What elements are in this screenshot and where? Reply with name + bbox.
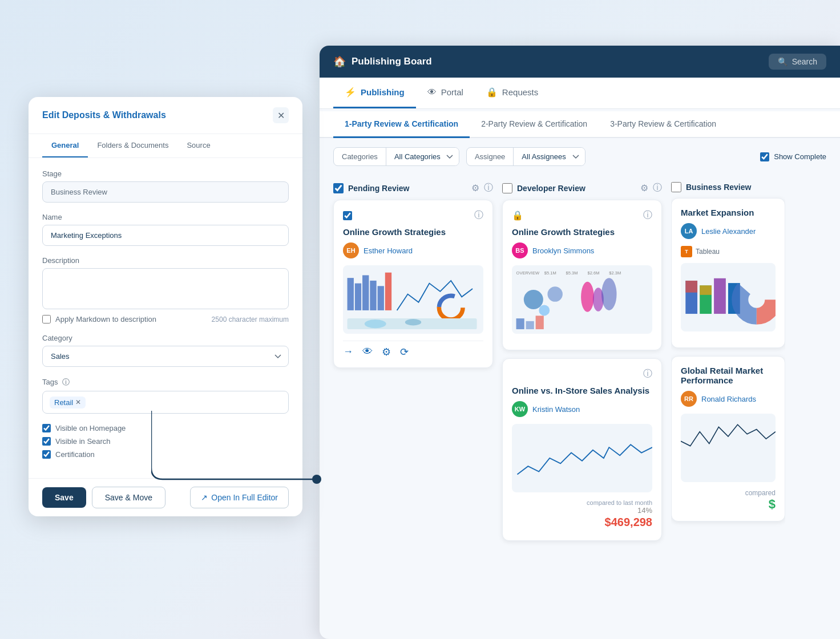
home-icon[interactable]: 🏠 <box>333 55 346 68</box>
card-og1-chart <box>343 265 483 334</box>
card-grm-author: RR Ronald Richards <box>681 391 776 407</box>
svg-text:$2.3M: $2.3M <box>609 270 621 276</box>
char-limit: 2500 character maximum <box>212 316 289 323</box>
card-vs-info-icon[interactable]: ⓘ <box>643 368 652 380</box>
description-label: Description <box>42 256 289 265</box>
card-vs-author-name[interactable]: Kristin Watson <box>532 405 580 414</box>
ep-tab-general-label: General <box>51 141 79 149</box>
svg-point-16 <box>524 290 543 309</box>
card-vs-chart <box>512 424 652 492</box>
ep-tabs: General Folders & Documents Source <box>29 134 302 158</box>
col-biz-review-header: Business Review <box>671 175 785 198</box>
open-editor-button[interactable]: ↗ Open In Full Editor <box>190 487 289 508</box>
portal-icon: 👁 <box>427 87 437 98</box>
search-label: Search <box>792 57 817 66</box>
pb-main-tabs: ⚡ Publishing 👁 Portal 🔒 Requests <box>320 78 840 109</box>
ep-close-button[interactable]: ✕ <box>273 107 289 123</box>
search-icon: 🔍 <box>778 57 788 66</box>
ep-tab-general[interactable]: General <box>42 134 88 157</box>
sub-tab-1party-label: 1-Party Review & Certification <box>345 119 458 128</box>
markdown-checkbox[interactable] <box>42 315 51 323</box>
name-label: Name <box>42 213 289 221</box>
certification-checkbox[interactable] <box>42 450 51 459</box>
card-og1-arrow-icon[interactable]: → <box>343 346 353 358</box>
category-select-wrap: Sales Marketing Finance <box>42 346 289 367</box>
card-global-retail: Global Retail Market Performance RR Rona… <box>671 356 785 521</box>
card-market-expansion: Market Expansion LA Leslie Alexander T T… <box>671 198 785 348</box>
card-og1-eye-icon[interactable]: 👁 <box>362 346 373 358</box>
tags-label: Tags ⓘ <box>42 377 289 387</box>
col-pending-gear-icon[interactable]: ⚙ <box>471 183 479 193</box>
search-button[interactable]: 🔍 Search <box>769 54 826 70</box>
col-dev-info-icon[interactable]: ⓘ <box>653 182 662 194</box>
name-input[interactable] <box>42 225 289 246</box>
tableau-label: Tableau <box>696 248 720 256</box>
categories-filter-label: Categories <box>334 148 386 165</box>
svg-rect-2 <box>362 275 369 310</box>
card-og1-checkbox[interactable] <box>343 211 352 220</box>
tab-requests[interactable]: 🔒 Requests <box>475 78 550 108</box>
tag-retail: Retail ✕ <box>50 397 86 409</box>
card-me-author: LA Leslie Alexander <box>681 223 776 239</box>
card-online-growth-2: 🔒 ⓘ Online Growth Strategies BS Brooklyn… <box>502 200 662 350</box>
card-og1-info-icon[interactable]: ⓘ <box>474 209 483 221</box>
card-og2-avatar: BS <box>512 242 528 258</box>
card-me-author-name[interactable]: Leslie Alexander <box>701 227 756 236</box>
card-vs-preview <box>512 424 652 492</box>
column-pending-review: Pending Review ⚙ ⓘ ⓘ Online Growth Strat… <box>333 175 493 629</box>
ep-title: Edit Deposits & Withdrawals <box>42 110 166 120</box>
card-grm-metric-value: $ <box>681 497 776 512</box>
requests-icon: 🔒 <box>486 87 498 98</box>
card-online-growth-1: ⓘ Online Growth Strategies EH Esther How… <box>333 200 493 368</box>
card-og1-preview <box>343 265 483 334</box>
show-complete-toggle[interactable]: Show Complete <box>760 152 826 161</box>
col-biz-title: Business Review <box>686 183 785 192</box>
visible-search-checkbox[interactable] <box>42 437 51 446</box>
pb-header-title-group: 🏠 Publishing Board <box>333 55 432 68</box>
category-label: Category <box>42 334 289 342</box>
col-biz-checkbox[interactable] <box>671 182 681 192</box>
card-grm-metric-label: compared <box>681 489 776 497</box>
categories-select[interactable]: All Categories <box>386 148 459 165</box>
tags-info-icon[interactable]: ⓘ <box>62 378 70 386</box>
description-textarea[interactable] <box>42 268 289 309</box>
col-pending-info-icon[interactable]: ⓘ <box>484 182 493 194</box>
sub-tab-1party[interactable]: 1-Party Review & Certification <box>333 111 470 138</box>
ep-tab-source[interactable]: Source <box>177 134 219 157</box>
card-og2-preview: OVERVIEW $5.1M $5.3M $2.6M $2.3M <box>512 265 652 334</box>
assignee-filter[interactable]: Assignee All Assignees <box>466 147 585 166</box>
tab-publishing[interactable]: ⚡ Publishing <box>333 78 416 108</box>
col-dev-checkbox[interactable] <box>502 183 512 193</box>
category-select[interactable]: Sales Marketing Finance <box>42 346 289 367</box>
card-og1-gear-icon[interactable]: ⚙ <box>382 346 391 358</box>
card-grm-author-name[interactable]: Ronald Richards <box>701 395 756 403</box>
card-vs-author: KW Kristin Watson <box>512 401 652 417</box>
tab-portal[interactable]: 👁 Portal <box>416 78 475 108</box>
save-button[interactable]: Save <box>42 487 86 508</box>
visible-homepage-label: Visible on Homepage <box>55 424 126 432</box>
card-grm-preview <box>681 414 776 482</box>
sub-tab-2party[interactable]: 2-Party Review & Certification <box>470 111 599 138</box>
visible-homepage-checkbox[interactable] <box>42 424 51 432</box>
card-og1-author-name[interactable]: Esther Howard <box>364 246 413 255</box>
visible-search-row: Visible in Search <box>42 437 289 446</box>
categories-filter[interactable]: Categories All Categories <box>333 147 459 166</box>
tags-input-area[interactable]: Retail ✕ <box>42 391 289 414</box>
card-og1-title: Online Growth Strategies <box>343 227 483 237</box>
col-pending-checkbox[interactable] <box>333 183 344 193</box>
tableau-badge: T Tableau <box>681 246 776 257</box>
publishing-icon: ⚡ <box>345 87 356 98</box>
card-og2-author-name[interactable]: Brooklyn Simmons <box>532 246 594 255</box>
sub-tab-3party[interactable]: 3-Party Review & Certification <box>599 111 728 138</box>
name-field-row: Name <box>42 213 289 246</box>
assignee-select[interactable]: All Assignees <box>514 148 585 165</box>
card-vs-top: ⓘ <box>512 368 652 380</box>
tag-retail-remove[interactable]: ✕ <box>75 398 81 406</box>
col-dev-gear-icon[interactable]: ⚙ <box>640 183 648 193</box>
ep-tab-folders[interactable]: Folders & Documents <box>88 134 177 157</box>
show-complete-checkbox[interactable] <box>760 152 769 161</box>
card-og1-history-icon[interactable]: ⟳ <box>400 346 409 358</box>
card-og2-info-icon[interactable]: ⓘ <box>643 209 652 221</box>
tag-retail-label: Retail <box>54 398 73 407</box>
save-move-button[interactable]: Save & Move <box>92 487 165 508</box>
